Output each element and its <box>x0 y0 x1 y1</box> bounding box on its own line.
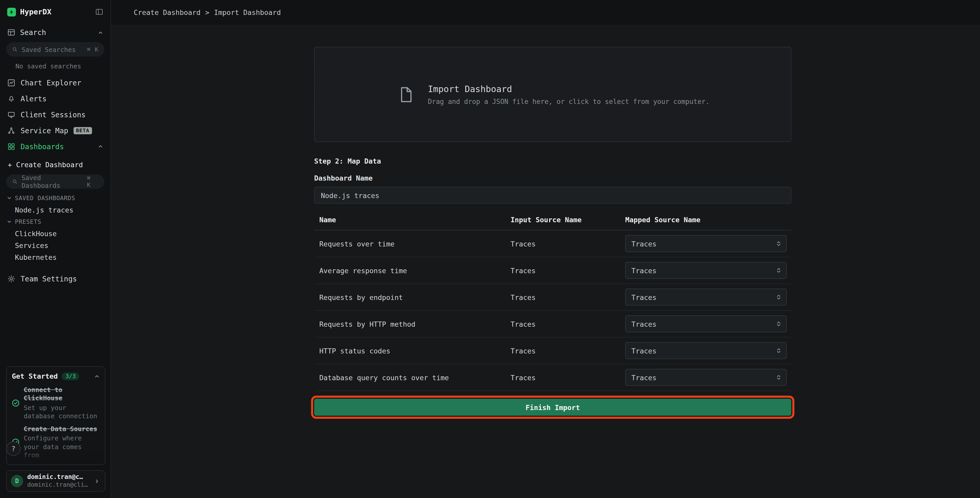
mapped-source-select[interactable]: Traces <box>625 342 787 359</box>
mapped-source-select[interactable]: Traces <box>625 289 787 306</box>
preset-services[interactable]: Services <box>0 239 111 251</box>
table-row: Requests over time Traces Traces <box>314 230 791 257</box>
row-name: HTTP status codes <box>319 346 511 355</box>
monitor-icon <box>7 110 16 118</box>
mapped-source-select[interactable]: Traces <box>625 369 787 386</box>
search-section-icon <box>7 28 16 37</box>
row-input-source: Traces <box>511 239 625 248</box>
saved-searches-input[interactable]: Saved Searches ⌘ K <box>6 42 104 57</box>
selected-value: Traces <box>632 266 657 275</box>
selected-value: Traces <box>632 320 657 328</box>
preset-clickhouse[interactable]: ClickHouse <box>0 227 111 239</box>
search-section-label: Search <box>20 28 46 37</box>
saved-dashboards-placeholder: Saved Dashboards <box>22 174 83 189</box>
sidebar-item-label: Client Sessions <box>21 110 86 118</box>
logo-row: HyperDX <box>0 0 111 24</box>
mapped-source-select[interactable]: Traces <box>625 262 787 279</box>
saved-dashboard-nodejs-traces[interactable]: Node.js traces <box>0 204 111 215</box>
main-area: Create Dashboard > Import Dashboard Impo… <box>111 0 980 498</box>
help-button[interactable]: ? <box>6 441 21 456</box>
import-dropzone[interactable]: Import Dashboard Drag and drop a JSON fi… <box>314 47 791 142</box>
file-icon <box>396 85 415 104</box>
table-row: HTTP status codes Traces Traces <box>314 337 791 364</box>
row-input-source: Traces <box>511 293 625 301</box>
sidebar-item-alerts[interactable]: Alerts <box>0 91 111 107</box>
table-row: Average response time Traces Traces <box>314 257 791 284</box>
row-input-source: Traces <box>511 266 625 275</box>
sidebar-item-label: Service Map <box>21 126 68 134</box>
hyperdx-logo-icon <box>7 8 16 16</box>
saved-dashboards-shortcut: ⌘ K <box>87 175 99 188</box>
tree-item-label: Services <box>15 241 48 249</box>
selected-value: Traces <box>632 373 657 381</box>
sidebar-item-service-map[interactable]: Service Map BETA <box>0 123 111 138</box>
row-input-source: Traces <box>511 320 625 328</box>
get-started-progress-badge: 3/3 <box>62 372 80 380</box>
dashboard-name-label: Dashboard Name <box>314 174 791 182</box>
presets-section-toggle[interactable]: PRESETS <box>0 215 111 227</box>
beta-badge: BETA <box>73 127 92 134</box>
dashboards-chevron-up-icon <box>98 144 103 149</box>
row-name: Requests by HTTP method <box>319 320 511 328</box>
get-started-item-sources[interactable]: Create Data Sources Configure where your… <box>7 423 105 463</box>
sidebar-item-team-settings[interactable]: Team Settings <box>0 270 111 287</box>
sidebar-section-search[interactable]: Search <box>0 24 111 41</box>
sidebar-item-dashboards[interactable]: Dashboards <box>0 138 111 154</box>
breadcrumb-separator: > <box>205 8 209 16</box>
step-label: Step 2: Map Data <box>314 157 791 165</box>
row-name: Database query counts over time <box>319 373 511 381</box>
search-icon <box>12 179 18 185</box>
user-menu[interactable]: D dominic.tran@c… dominic.tran@cli… <box>6 470 105 492</box>
saved-dashboards-input[interactable]: Saved Dashboards ⌘ K <box>6 174 104 189</box>
row-input-source: Traces <box>511 346 625 355</box>
get-started-title: Get Started <box>12 372 58 380</box>
app-logo[interactable]: HyperDX <box>7 8 51 16</box>
column-header-name: Name <box>319 215 511 224</box>
row-name: Requests by endpoint <box>319 293 511 301</box>
breadcrumb-create-dashboard[interactable]: Create Dashboard <box>134 8 200 16</box>
selected-value: Traces <box>632 293 657 301</box>
saved-searches-placeholder: Saved Searches <box>22 46 76 53</box>
import-panel: Import Dashboard Drag and drop a JSON fi… <box>314 47 791 416</box>
bell-icon <box>7 94 16 103</box>
gear-icon <box>7 275 16 283</box>
saved-dashboards-section-toggle[interactable]: SAVED DASHBOARDS <box>0 192 111 204</box>
selected-value: Traces <box>632 346 657 355</box>
check-circle-icon <box>12 399 19 407</box>
sidebar-item-chart-explorer[interactable]: Chart Explorer <box>0 75 111 91</box>
no-saved-searches-text: No saved searches <box>16 62 111 70</box>
sidebar-item-client-sessions[interactable]: Client Sessions <box>0 107 111 123</box>
create-dashboard-button[interactable]: + Create Dashboard <box>0 156 111 173</box>
selector-chevrons-icon <box>775 321 782 327</box>
selector-chevrons-icon <box>775 267 782 274</box>
breadcrumb: Create Dashboard > Import Dashboard <box>111 0 980 25</box>
mapped-source-select[interactable]: Traces <box>625 315 787 332</box>
preset-kubernetes[interactable]: Kubernetes <box>0 251 111 263</box>
selector-chevrons-icon <box>775 347 782 354</box>
table-row: Database query counts over time Traces T… <box>314 364 791 391</box>
dashboard-name-input[interactable] <box>314 187 791 204</box>
get-started-item-connect[interactable]: Connect to ClickHouse Set up your databa… <box>7 384 105 423</box>
get-started-header[interactable]: Get Started 3/3 <box>7 367 105 384</box>
presets-section-label: PRESETS <box>15 218 41 225</box>
get-started-item-title: Create Data Sources <box>24 425 100 433</box>
chart-explorer-icon <box>7 78 16 87</box>
saved-dashboards-section-label: SAVED DASHBOARDS <box>15 194 75 201</box>
table-row: Requests by endpoint Traces Traces <box>314 284 791 311</box>
breadcrumb-import-dashboard[interactable]: Import Dashboard <box>214 8 281 16</box>
sidebar-collapse-icon[interactable] <box>95 8 103 16</box>
selected-value: Traces <box>632 239 657 248</box>
chevron-down-icon <box>7 195 12 200</box>
selector-chevrons-icon <box>775 294 782 300</box>
get-started-card: Get Started 3/3 Connect to ClickHouse Se… <box>6 366 105 465</box>
sidebar: HyperDX Search Saved Searches ⌘ K No sav… <box>0 0 111 498</box>
column-header-mapped-source: Mapped Source Name <box>625 215 791 224</box>
user-name: dominic.tran@c… <box>27 474 88 482</box>
sidebar-item-label: Alerts <box>21 94 46 103</box>
table-row: Requests by HTTP method Traces Traces <box>314 311 791 337</box>
mapped-source-select[interactable]: Traces <box>625 235 787 252</box>
selector-chevrons-icon <box>775 374 782 381</box>
sidebar-item-label: Chart Explorer <box>21 78 81 87</box>
service-map-icon <box>7 126 16 134</box>
finish-import-button[interactable]: Finish Import <box>314 399 791 416</box>
